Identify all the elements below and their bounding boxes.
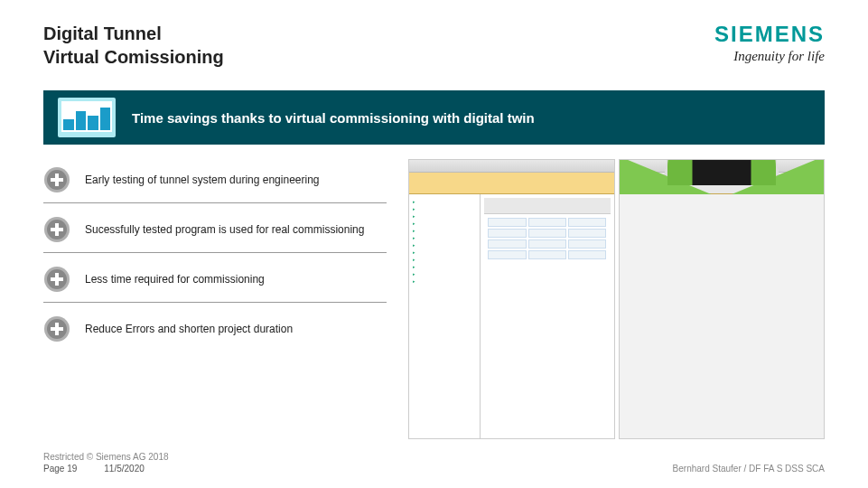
title-line-1: Digital Tunnel bbox=[43, 22, 224, 45]
benefit-item: Reduce Errors and shorten project durati… bbox=[43, 315, 387, 352]
header: Digital Tunnel Virtual Comissioning SIEM… bbox=[43, 22, 825, 69]
footer-page: Page 19 bbox=[43, 464, 77, 474]
svg-rect-15 bbox=[51, 327, 63, 331]
tunnel-3d-screenshot bbox=[619, 159, 826, 439]
svg-rect-3 bbox=[51, 178, 63, 182]
benefit-item: Early testing of tunnel system during en… bbox=[43, 166, 387, 203]
ide-screenshot bbox=[408, 159, 615, 439]
slide: Digital Tunnel Virtual Comissioning SIEM… bbox=[0, 0, 868, 488]
footer: Restricted © Siemens AG 2018 Page 19 11/… bbox=[43, 452, 825, 474]
siemens-logo: SIEMENS bbox=[714, 22, 825, 47]
plus-icon bbox=[43, 216, 70, 243]
screenshots bbox=[408, 159, 825, 439]
benefit-text: Reduce Errors and shorten project durati… bbox=[85, 323, 293, 335]
banner: Time savings thanks to virtual commissio… bbox=[43, 90, 825, 145]
benefits-list: Early testing of tunnel system during en… bbox=[43, 159, 387, 439]
plus-icon bbox=[43, 315, 70, 343]
plus-icon bbox=[43, 266, 70, 293]
title-line-2: Virtual Comissioning bbox=[43, 45, 224, 69]
footer-date: 11/5/2020 bbox=[104, 464, 145, 474]
title-block: Digital Tunnel Virtual Comissioning bbox=[43, 22, 224, 69]
plus-icon bbox=[43, 166, 70, 193]
svg-rect-11 bbox=[51, 277, 63, 281]
banner-text: Time savings thanks to virtual commissio… bbox=[132, 110, 535, 126]
monitor-chart-icon bbox=[58, 98, 116, 137]
benefit-text: Less time required for commissioning bbox=[85, 273, 265, 286]
logo-tagline: Ingenuity for life bbox=[714, 49, 825, 64]
benefit-item: Less time required for commissioning bbox=[43, 266, 387, 303]
benefit-text: Sucessfully tested program is used for r… bbox=[85, 223, 364, 236]
benefit-item: Sucessfully tested program is used for r… bbox=[43, 216, 387, 253]
logo-block: SIEMENS Ingenuity for life bbox=[714, 22, 825, 64]
svg-rect-7 bbox=[51, 228, 63, 231]
content-row: Early testing of tunnel system during en… bbox=[43, 159, 825, 439]
footer-author: Bernhard Staufer / DF FA S DSS SCA bbox=[673, 464, 825, 474]
footer-restricted: Restricted © Siemens AG 2018 bbox=[43, 452, 169, 462]
benefit-text: Early testing of tunnel system during en… bbox=[85, 174, 319, 186]
